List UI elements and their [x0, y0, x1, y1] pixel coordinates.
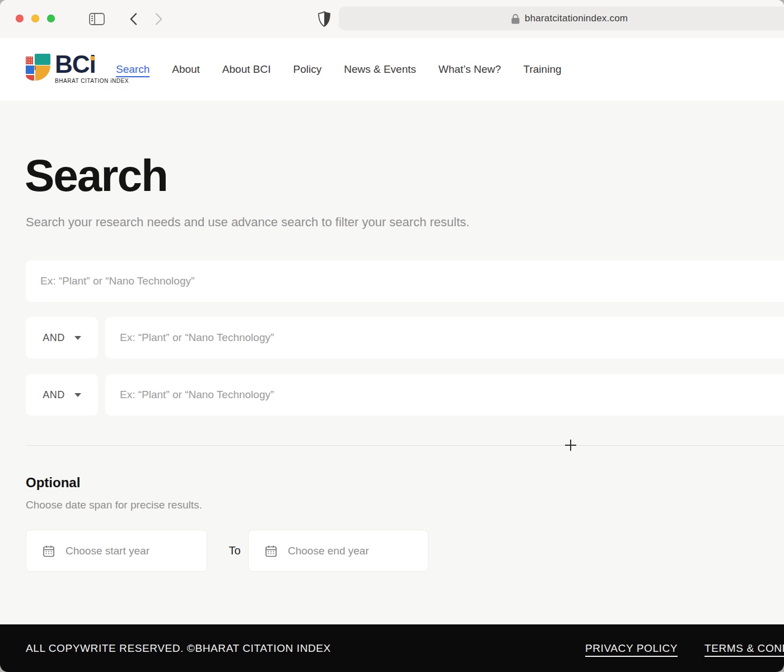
- start-year-picker[interactable]: Choose start year: [26, 530, 207, 572]
- nav-about[interactable]: About: [172, 63, 200, 76]
- logo[interactable]: BCi BHARAT CITATION iNDEX: [26, 54, 129, 84]
- site-header: BCi BHARAT CITATION iNDEX Search About A…: [0, 38, 784, 101]
- back-button[interactable]: [127, 12, 140, 26]
- chevron-down-icon: [74, 393, 81, 397]
- sidebar-toggle-button[interactable]: [88, 12, 105, 26]
- page-title: Search: [25, 153, 167, 198]
- footer-links: PRIVACY POLICY TERMS & CONDITIONS: [585, 624, 784, 672]
- lock-icon: [511, 13, 520, 24]
- privacy-shield-button[interactable]: [316, 11, 332, 27]
- logo-i-dot: [90, 56, 95, 60]
- search-term-input-1[interactable]: [26, 260, 784, 302]
- zoom-window-button[interactable]: [47, 15, 55, 22]
- plus-icon: [564, 439, 577, 451]
- nav-policy[interactable]: Policy: [293, 63, 321, 76]
- search-term-input-2[interactable]: [105, 317, 784, 358]
- browser-toolbar: bharatcitationindex.com: [0, 0, 784, 39]
- forward-button[interactable]: [152, 12, 165, 26]
- add-search-row-button[interactable]: [561, 435, 581, 455]
- terms-conditions-link[interactable]: TERMS & CONDITIONS: [704, 642, 784, 655]
- optional-title: Optional: [26, 475, 80, 491]
- main-nav: Search About About BCI Policy News & Eve…: [116, 38, 562, 101]
- end-year-picker[interactable]: Choose end year: [248, 530, 428, 572]
- page-subtitle: Search your research needs and use advan…: [26, 215, 469, 230]
- calendar-icon: [42, 544, 55, 558]
- shield-icon: [318, 11, 330, 27]
- site-footer: ALL COPYWRITE RESERVED. ©BHARAT CITATION…: [0, 624, 784, 672]
- browser-window: bharatcitationindex.com BCi BHARAT CITAT…: [0, 0, 784, 672]
- sidebar-toggle-icon: [89, 13, 105, 25]
- operator-dropdown-1[interactable]: AND: [26, 317, 98, 358]
- privacy-policy-link[interactable]: PRIVACY POLICY: [585, 642, 678, 655]
- section-divider: [26, 445, 784, 446]
- address-bar[interactable]: bharatcitationindex.com: [339, 7, 784, 30]
- nav-training[interactable]: Training: [524, 63, 562, 76]
- chevron-left-icon: [130, 13, 137, 25]
- copyright-text: ALL COPYWRITE RESERVED. ©BHARAT CITATION…: [26, 624, 331, 672]
- window-controls: [16, 15, 55, 22]
- nav-whats-new[interactable]: What’s New?: [438, 63, 501, 76]
- chevron-right-icon: [155, 13, 162, 25]
- bci-logo-icon: [26, 54, 52, 81]
- operator-dropdown-2[interactable]: AND: [26, 374, 98, 416]
- nav-search[interactable]: Search: [116, 63, 150, 76]
- close-window-button[interactable]: [16, 15, 24, 22]
- search-term-input-3[interactable]: [105, 374, 784, 416]
- optional-subtitle: Choose date span for precise results.: [26, 499, 202, 511]
- nav-news-events[interactable]: News & Events: [344, 63, 416, 76]
- calendar-icon: [264, 544, 278, 558]
- nav-about-bci[interactable]: About BCI: [222, 63, 271, 76]
- chevron-down-icon: [74, 336, 81, 340]
- search-page: Search Search your research needs and us…: [0, 101, 784, 624]
- url-text: bharatcitationindex.com: [525, 13, 628, 24]
- minimize-window-button[interactable]: [31, 15, 39, 22]
